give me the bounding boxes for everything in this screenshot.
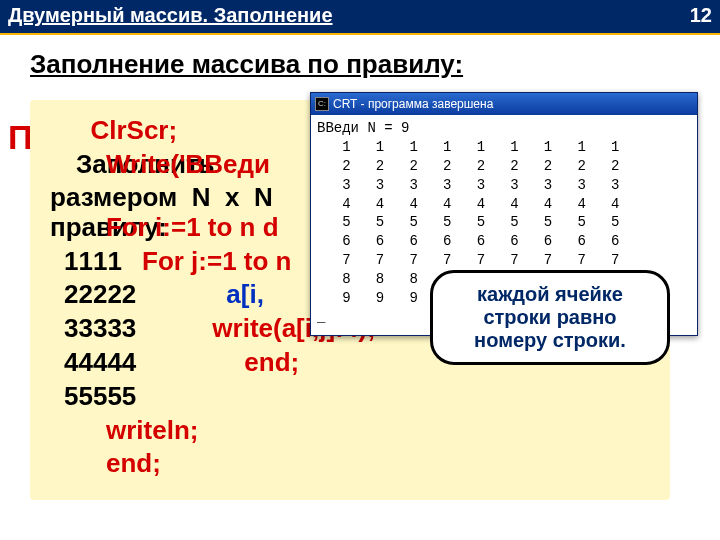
title-bar: Двумерный массив. Заполнение 12 xyxy=(0,0,720,35)
crt-title-text: CRT - программа завершена xyxy=(333,97,493,111)
task-line: 55555 xyxy=(50,380,650,414)
section-heading: Заполнение массива по правилу: xyxy=(0,35,720,88)
code-assign: a[i, xyxy=(136,279,264,309)
code-write: Write('BBеди xyxy=(50,149,270,179)
console-icon xyxy=(315,97,329,111)
crt-titlebar: CRT - программа завершена xyxy=(311,93,697,115)
code-clr: ClrScr; xyxy=(90,115,177,145)
code-writeln: writeln; xyxy=(50,414,650,448)
slide-title: Двумерный массив. Заполнение xyxy=(8,4,333,27)
code-end: end; xyxy=(136,347,299,377)
code-for-i: For i:=1 to n d xyxy=(50,212,279,242)
slide: Двумерный массив. Заполнение 12 Заполнен… xyxy=(0,0,720,540)
callout-bubble: каждой ячейке строки равно номеру строки… xyxy=(430,270,670,365)
drop-cap: П xyxy=(8,118,32,157)
callout-line: строки равно xyxy=(441,306,659,329)
code-for-j: For j:=1 to n xyxy=(50,246,292,276)
callout-line: каждой ячейке xyxy=(441,283,659,306)
page-number: 12 xyxy=(690,4,712,27)
callout-line: номеру строки. xyxy=(441,329,659,352)
code-end2: end; xyxy=(50,447,650,481)
